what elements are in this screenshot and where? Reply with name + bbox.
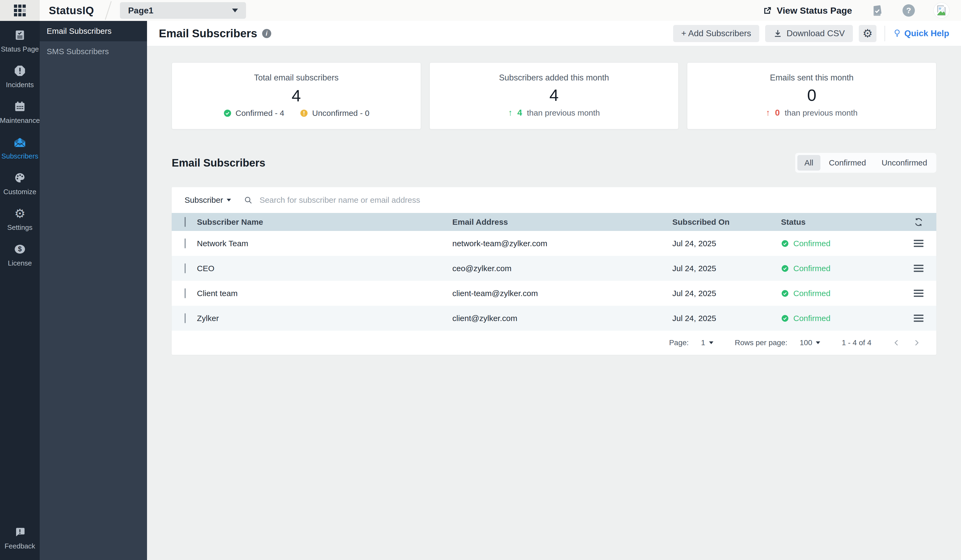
maintenance-icon [14, 100, 26, 113]
brand-divider [105, 1, 112, 19]
brand-logo: StatusIQ [49, 5, 94, 17]
column-header-name: Subscriber Name [197, 218, 452, 226]
view-status-page-link[interactable]: View Status Page [763, 5, 852, 16]
status-badge: Confirmed [793, 289, 830, 298]
status-check-icon [781, 239, 789, 247]
search-input[interactable] [259, 196, 924, 205]
next-page-icon[interactable] [913, 339, 920, 347]
sidebar-item-label: Maintenance [0, 116, 40, 125]
select-all-checkbox[interactable] [185, 217, 186, 227]
bulb-icon [893, 29, 901, 38]
column-header-subscribed: Subscribed On [672, 218, 781, 226]
rows-per-page-dropdown[interactable]: 100 [800, 339, 820, 347]
stat-card-total: Total email subscribers 4 Confirmed - 4 … [172, 63, 421, 129]
download-csv-button[interactable]: Download CSV [765, 25, 853, 42]
subscribed-date: Jul 24, 2025 [672, 289, 781, 298]
sidebar-item-label: Subscribers [2, 152, 38, 160]
license-icon: $ [14, 242, 26, 256]
add-subscribers-button[interactable]: + Add Subscribers [673, 25, 759, 42]
rows-per-page-label: Rows per page: [735, 339, 787, 347]
table-body: Network Team network-team@zylker.com Jul… [172, 231, 936, 331]
stat-title: Emails sent this month [770, 73, 854, 83]
search-icon [244, 196, 252, 204]
stat-title: Total email subscribers [254, 73, 339, 83]
table-search-row: Subscriber [172, 187, 936, 213]
content-area: Total email subscribers 4 Confirmed - 4 … [147, 47, 961, 560]
download-csv-label: Download CSV [787, 29, 845, 39]
sidebar-item-maintenance[interactable]: Maintenance [0, 100, 40, 125]
sidebar-item-status-page[interactable]: Status Page [0, 29, 40, 53]
sidebar-item-license[interactable]: $ License [0, 242, 40, 267]
release-notes-icon[interactable] [871, 4, 884, 17]
subscriber-email: client@zylker.com [452, 314, 672, 323]
table-pagination: Page: 1 Rows per page: 100 1 - 4 of 4 [172, 331, 936, 355]
pagination-range: 1 - 4 of 4 [842, 339, 871, 347]
feedback-icon [14, 525, 26, 539]
search-field-value: Subscriber [185, 196, 223, 205]
subscriber-name: Client team [197, 289, 452, 298]
trend-delta: 4 [517, 108, 522, 118]
trend-delta: 0 [775, 108, 780, 118]
status-badge: Confirmed [793, 264, 830, 273]
row-checkbox[interactable] [185, 263, 186, 273]
subscribed-date: Jul 24, 2025 [672, 314, 781, 323]
search-field-dropdown[interactable]: Subscriber [185, 196, 231, 205]
table-header-row: Subscriber Name Email Address Subscribed… [172, 213, 936, 231]
subnav-item-email-subscribers[interactable]: Email Subscribers [40, 21, 147, 41]
status-check-icon [781, 265, 789, 273]
row-menu-button[interactable] [914, 290, 924, 297]
subscriber-name: CEO [197, 264, 452, 273]
table-row: Network Team network-team@zylker.com Jul… [172, 231, 936, 256]
sidebar-item-feedback[interactable]: Feedback [0, 525, 40, 550]
app-launcher[interactable] [0, 0, 40, 21]
row-checkbox[interactable] [185, 238, 186, 248]
page-header: Email Subscribers i + Add Subscribers Do… [147, 21, 961, 46]
subscribed-date: Jul 24, 2025 [672, 264, 781, 273]
table-row: Client team client-team@zylker.com Jul 2… [172, 281, 936, 306]
avatar[interactable] [934, 3, 949, 18]
status-filter-tabs: All Confirmed Unconfirmed [795, 153, 936, 173]
previous-page-icon[interactable] [893, 339, 900, 347]
subnav-item-sms-subscribers[interactable]: SMS Subscribers [40, 41, 147, 62]
main-area: Email Subscribers i + Add Subscribers Do… [147, 21, 961, 560]
sidebar-item-incidents[interactable]: Incidents [0, 64, 40, 89]
table-row: CEO ceo@zylker.com Jul 24, 2025 Confirme… [172, 256, 936, 281]
row-menu-button[interactable] [914, 314, 924, 322]
svg-text:$: $ [18, 245, 22, 253]
subscriber-settings-button[interactable]: ⚙ [859, 25, 876, 42]
filter-tab-confirmed[interactable]: Confirmed [822, 155, 873, 170]
sidebar-item-customize[interactable]: Customize [0, 171, 40, 196]
topbar: StatusIQ Page1 View Status Page ? [0, 0, 961, 21]
row-menu-button[interactable] [914, 240, 924, 247]
stat-value: 4 [292, 87, 301, 104]
page-selector-dropdown[interactable]: Page1 [120, 2, 246, 19]
help-icon[interactable]: ? [903, 4, 915, 17]
sidebar-item-label: Customize [3, 188, 37, 196]
refresh-icon[interactable] [891, 217, 924, 227]
primary-sidebar: Status Page Incidents Maintenance [0, 21, 40, 560]
column-header-status: Status [781, 218, 891, 226]
info-icon[interactable]: i [262, 29, 271, 38]
subscriber-email: ceo@zylker.com [452, 264, 672, 273]
status-badge: Confirmed [793, 239, 830, 248]
filter-tab-unconfirmed[interactable]: Unconfirmed [874, 155, 934, 170]
trend-suffix: than previous month [785, 108, 858, 117]
rows-per-page-value: 100 [800, 339, 812, 347]
row-menu-button[interactable] [914, 265, 924, 272]
row-checkbox[interactable] [185, 313, 186, 323]
subscribers-table: Subscriber Subscriber Name Email Address… [172, 187, 936, 355]
app-grid-icon[interactable] [14, 5, 26, 16]
external-link-icon [763, 6, 772, 15]
confirmed-count: Confirmed - 4 [236, 109, 284, 118]
filter-tab-all[interactable]: All [797, 155, 820, 170]
section-title: Email Subscribers [172, 157, 265, 169]
chevron-down-icon [709, 342, 714, 344]
row-checkbox[interactable] [185, 288, 186, 298]
subscriber-name: Network Team [197, 239, 452, 248]
quick-help-link[interactable]: Quick Help [893, 29, 949, 39]
sidebar-item-label: License [8, 259, 32, 267]
subscriber-email: client-team@zylker.com [452, 289, 672, 298]
page-number-dropdown[interactable]: 1 [701, 339, 714, 347]
sidebar-item-subscribers[interactable]: Subscribers [0, 135, 40, 160]
sidebar-item-settings[interactable]: ⚙ Settings [0, 207, 40, 232]
